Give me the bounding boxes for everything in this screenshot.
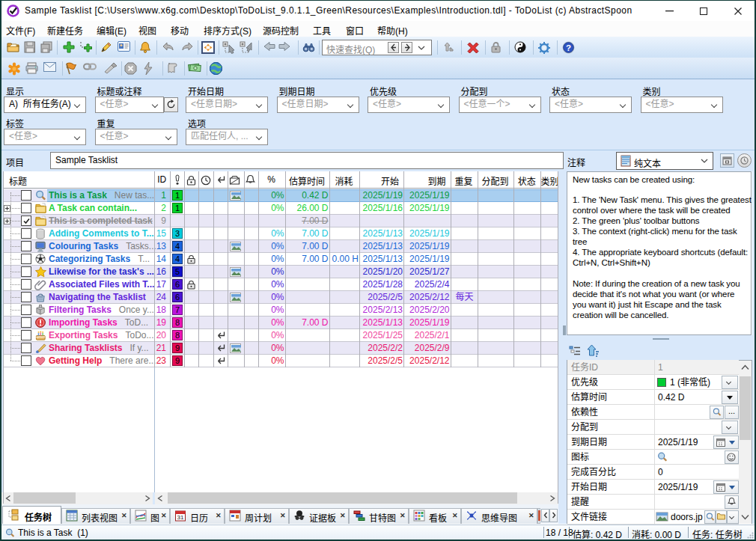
svg-text:?: ? bbox=[566, 43, 571, 52]
svg-text:31: 31 bbox=[177, 514, 184, 521]
